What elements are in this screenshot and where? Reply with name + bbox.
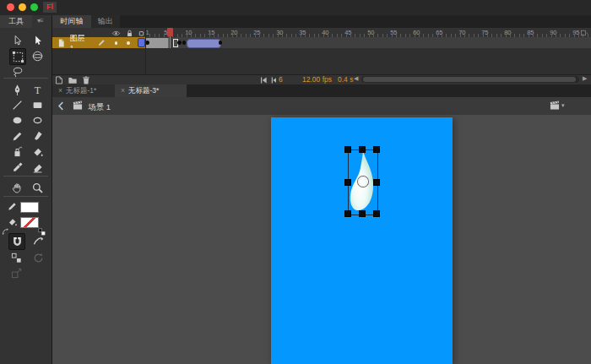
ink-bottle-icon <box>11 145 24 158</box>
selection-icon <box>11 35 24 47</box>
edit-bar <box>52 97 591 116</box>
edit-scene-clapper-icon[interactable] <box>549 100 561 111</box>
rotation-3d-tool[interactable] <box>30 48 45 63</box>
scene-name-label[interactable]: 场景 1 <box>88 102 111 113</box>
back-arrow-icon[interactable] <box>56 101 67 111</box>
scale-option <box>8 265 24 280</box>
pen-tool[interactable] <box>9 82 24 97</box>
current-frame-indicator: 6 <box>279 75 283 84</box>
eyedropper-tool[interactable] <box>9 160 24 175</box>
eyedropper-icon <box>11 161 24 174</box>
playhead-stem <box>170 36 171 48</box>
fill-color-bucket-icon <box>7 216 18 227</box>
pencil-tool[interactable] <box>9 128 24 144</box>
edit-scene-caret-icon[interactable]: ▾ <box>561 102 565 109</box>
layer-row-layer-1[interactable]: 图层 1 <box>52 37 145 48</box>
empty-frames-area[interactable] <box>145 48 591 74</box>
smooth-option[interactable] <box>30 233 46 248</box>
polystar-tool[interactable] <box>30 112 45 128</box>
stroke-color-pencil-icon <box>7 201 18 212</box>
rectangle-icon <box>31 99 44 111</box>
timeline-tab-strip <box>52 15 591 28</box>
scale-option-icon <box>10 267 23 280</box>
selection-handle[interactable] <box>359 210 366 217</box>
tab-output[interactable]: 输出 <box>91 15 120 28</box>
maximize-window-button[interactable] <box>30 3 38 11</box>
window-title-bar: Fl <box>0 0 591 16</box>
paint-bucket-tool[interactable] <box>30 144 45 159</box>
pen-icon <box>11 84 24 96</box>
selection-handle[interactable] <box>344 210 351 217</box>
layer-1-frames-row[interactable] <box>145 37 591 49</box>
brush-icon <box>31 130 44 143</box>
selection-handle[interactable] <box>344 146 351 153</box>
selection-handle[interactable] <box>344 179 351 186</box>
lasso-icon <box>11 66 24 79</box>
tools-panel-tab[interactable]: 工具 <box>0 15 32 28</box>
align-option[interactable] <box>8 250 24 265</box>
eraser-tool[interactable] <box>30 160 45 175</box>
tab-timeline[interactable]: 时间轴 <box>52 15 91 28</box>
rotation-3d-icon <box>31 50 44 62</box>
layer-lock-dot[interactable] <box>127 41 130 45</box>
lasso-tool[interactable] <box>9 64 24 79</box>
selection-handle[interactable] <box>373 179 380 186</box>
rotate-option <box>30 250 46 265</box>
document-tab-untitled-3[interactable]: ×无标题-3* <box>115 84 187 97</box>
snap-to-objects[interactable] <box>8 233 25 250</box>
scroll-right-arrow[interactable]: ▶ <box>583 75 587 82</box>
selection-handle[interactable] <box>373 210 380 217</box>
flash-application-window: Fl ◀◀ 工具 ▾≡ 时间轴 输出 图层 1 1510152025303540… <box>0 0 591 281</box>
transform-center-point[interactable] <box>358 177 368 187</box>
elapsed-time-indicator: 0.4 s <box>338 75 353 84</box>
selection-handle[interactable] <box>359 146 366 153</box>
layer-visibility-dot[interactable] <box>115 41 118 45</box>
scroll-left-arrow[interactable]: ◀ <box>354 75 358 82</box>
flash-logo: Fl <box>43 2 57 13</box>
subselection-icon <box>31 35 44 47</box>
text-tool[interactable]: T <box>30 82 45 97</box>
playhead-marker[interactable] <box>167 28 173 36</box>
keyframe-dot[interactable] <box>219 41 223 45</box>
fill-color-swatch[interactable] <box>20 217 39 228</box>
hand-tool[interactable] <box>9 180 24 195</box>
timeline-scrollbar-thumb[interactable] <box>363 77 576 82</box>
close-window-button[interactable] <box>7 3 14 11</box>
document-tab-title: 无标题-1* <box>66 86 96 95</box>
layer-outline-color-swatch[interactable] <box>138 38 145 47</box>
align-option-icon <box>10 252 23 264</box>
stroke-color-swatch[interactable] <box>20 202 39 213</box>
brush-tool[interactable] <box>30 128 45 144</box>
keyframe-dot[interactable] <box>177 41 182 45</box>
scene-clapper-icon <box>72 100 84 111</box>
keyframe-dot[interactable] <box>182 41 187 45</box>
selection-tool[interactable] <box>9 33 24 48</box>
document-tab-title: 无标题-3* <box>128 86 159 95</box>
tween-span[interactable] <box>187 39 222 49</box>
hand-icon <box>11 182 24 194</box>
oval-tool[interactable] <box>9 112 24 128</box>
rectangle-tool[interactable] <box>30 97 45 112</box>
free-transform-icon <box>12 51 24 63</box>
pencil-icon <box>11 130 24 143</box>
subselection-tool[interactable] <box>30 33 45 48</box>
panel-menu-icon[interactable]: ▾≡ <box>37 17 43 24</box>
layer-page-icon <box>57 38 67 48</box>
snap-to-objects-icon <box>11 236 24 248</box>
document-tab-untitled-1[interactable]: ×无标题-1* <box>52 84 121 97</box>
ink-bottle-tool[interactable] <box>9 144 24 159</box>
minimize-window-button[interactable] <box>19 3 26 11</box>
close-tab-icon[interactable]: × <box>58 86 62 95</box>
frame-view-options-icon[interactable] <box>579 29 589 37</box>
keyframe-dot[interactable] <box>145 41 149 45</box>
selection-handle[interactable] <box>373 146 380 153</box>
line-tool[interactable] <box>9 97 24 112</box>
zoom-tool[interactable] <box>30 180 45 195</box>
svg-text:T: T <box>34 84 41 95</box>
oval-icon <box>11 114 24 127</box>
paint-bucket-icon <box>31 145 44 158</box>
line-icon <box>11 99 24 111</box>
free-transform-tool[interactable] <box>9 48 26 65</box>
close-tab-icon[interactable]: × <box>121 86 125 95</box>
frame-rate-indicator[interactable]: 12.00 fps <box>302 75 332 84</box>
